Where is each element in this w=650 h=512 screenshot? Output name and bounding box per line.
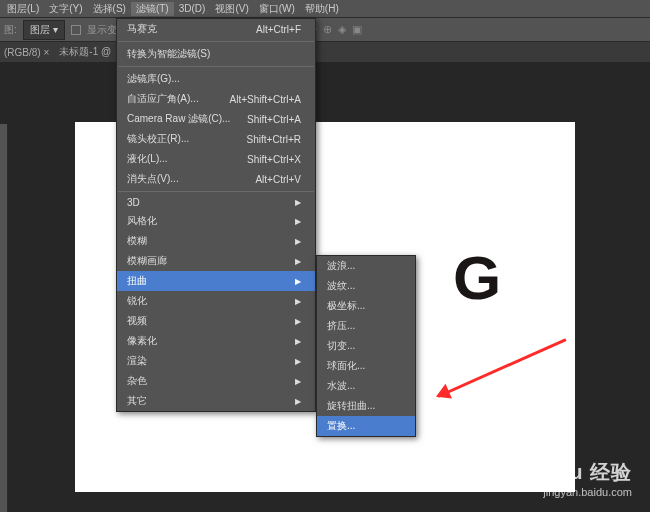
- distort-wave[interactable]: 波浪...: [317, 256, 415, 276]
- filter-pixelate[interactable]: 像素化▶: [117, 331, 315, 351]
- menu-window[interactable]: 窗口(W): [254, 2, 300, 16]
- distort-ripple[interactable]: 波纹...: [317, 276, 415, 296]
- submenu-arrow-icon: ▶: [295, 257, 301, 266]
- filter-video[interactable]: 视频▶: [117, 311, 315, 331]
- filter-sharpen[interactable]: 锐化▶: [117, 291, 315, 311]
- submenu-arrow-icon: ▶: [295, 377, 301, 386]
- submenu-arrow-icon: ▶: [295, 198, 301, 207]
- menu-separator: [118, 191, 314, 192]
- tab-doc-2[interactable]: 未标题-1 @: [59, 45, 111, 59]
- distort-polar[interactable]: 极坐标...: [317, 296, 415, 316]
- menu-view[interactable]: 视图(V): [210, 2, 253, 16]
- layer-dropdown[interactable]: 图层 ▾: [23, 20, 65, 40]
- filter-smart[interactable]: 转换为智能滤镜(S): [117, 44, 315, 64]
- distort-spherize[interactable]: 球面化...: [317, 356, 415, 376]
- distort-twirl[interactable]: 旋转扭曲...: [317, 396, 415, 416]
- filter-lens[interactable]: 镜头校正(R)...Shift+Ctrl+R: [117, 129, 315, 149]
- filter-stylize[interactable]: 风格化▶: [117, 211, 315, 231]
- filter-other[interactable]: 其它▶: [117, 391, 315, 411]
- tab-doc-1[interactable]: (RGB/8) ×: [4, 47, 49, 58]
- distort-pinch[interactable]: 挤压...: [317, 316, 415, 336]
- filter-adaptive[interactable]: 自适应广角(A)...Alt+Shift+Ctrl+A: [117, 89, 315, 109]
- show-checkbox[interactable]: [71, 25, 81, 35]
- submenu-arrow-icon: ▶: [295, 297, 301, 306]
- submenu-arrow-icon: ▶: [295, 277, 301, 286]
- menubar: 图层(L) 文字(Y) 选择(S) 滤镜(T) 3D(D) 视图(V) 窗口(W…: [0, 0, 650, 18]
- submenu-arrow-icon: ▶: [295, 397, 301, 406]
- submenu-arrow-icon: ▶: [295, 337, 301, 346]
- menu-select[interactable]: 选择(S): [88, 2, 131, 16]
- filter-last[interactable]: 马赛克Alt+Ctrl+F: [117, 19, 315, 39]
- menu-separator: [118, 41, 314, 42]
- menu-help[interactable]: 帮助(H): [300, 2, 344, 16]
- watermark: Baidu 经验 jingyan.baidu.com: [523, 459, 632, 498]
- distort-zigzag[interactable]: 水波...: [317, 376, 415, 396]
- submenu-arrow-icon: ▶: [295, 237, 301, 246]
- show-label: 显示变: [87, 23, 117, 37]
- img-label: 图:: [4, 23, 17, 37]
- filter-menu: 马赛克Alt+Ctrl+F 转换为智能滤镜(S) 滤镜库(G)... 自适应广角…: [116, 18, 316, 412]
- filter-3d[interactable]: 3D▶: [117, 194, 315, 211]
- menu-3d[interactable]: 3D(D): [174, 3, 211, 14]
- watermark-brand: Baidu 经验: [523, 459, 632, 486]
- submenu-arrow-icon: ▶: [295, 357, 301, 366]
- options-bar: 图: 图层 ▾ 显示变 ⊞ ⊟ ⋮⋮ ⋯ 3D 模式: ⟳ ✥ ⊕ ◈ ▣: [0, 18, 650, 42]
- submenu-arrow-icon: ▶: [295, 317, 301, 326]
- distort-displace[interactable]: 置换...: [317, 416, 415, 436]
- filter-gallery[interactable]: 滤镜库(G)...: [117, 69, 315, 89]
- menu-text[interactable]: 文字(Y): [44, 2, 87, 16]
- filter-render[interactable]: 渲染▶: [117, 351, 315, 371]
- submenu-arrow-icon: ▶: [295, 217, 301, 226]
- filter-noise[interactable]: 杂色▶: [117, 371, 315, 391]
- camera-icon[interactable]: ▣: [352, 23, 362, 36]
- menu-separator: [118, 66, 314, 67]
- filter-blur[interactable]: 模糊▶: [117, 231, 315, 251]
- menu-filter[interactable]: 滤镜(T): [131, 2, 174, 16]
- document-tabs: (RGB/8) × 未标题-1 @: [0, 42, 650, 62]
- watermark-url: jingyan.baidu.com: [523, 486, 632, 498]
- menu-layer[interactable]: 图层(L): [2, 2, 44, 16]
- filter-distort[interactable]: 扭曲▶: [117, 271, 315, 291]
- filter-camera-raw[interactable]: Camera Raw 滤镜(C)...Shift+Ctrl+A: [117, 109, 315, 129]
- distort-shear[interactable]: 切变...: [317, 336, 415, 356]
- filter-vanish[interactable]: 消失点(V)...Alt+Ctrl+V: [117, 169, 315, 189]
- filter-liquify[interactable]: 液化(L)...Shift+Ctrl+X: [117, 149, 315, 169]
- zoom-icon[interactable]: ⊕: [323, 23, 332, 36]
- distort-submenu: 波浪... 波纹... 极坐标... 挤压... 切变... 球面化... 水波…: [316, 255, 416, 437]
- tool-panel-edge: [0, 124, 8, 512]
- filter-blur-gallery[interactable]: 模糊画廊▶: [117, 251, 315, 271]
- light-icon[interactable]: ◈: [338, 23, 346, 36]
